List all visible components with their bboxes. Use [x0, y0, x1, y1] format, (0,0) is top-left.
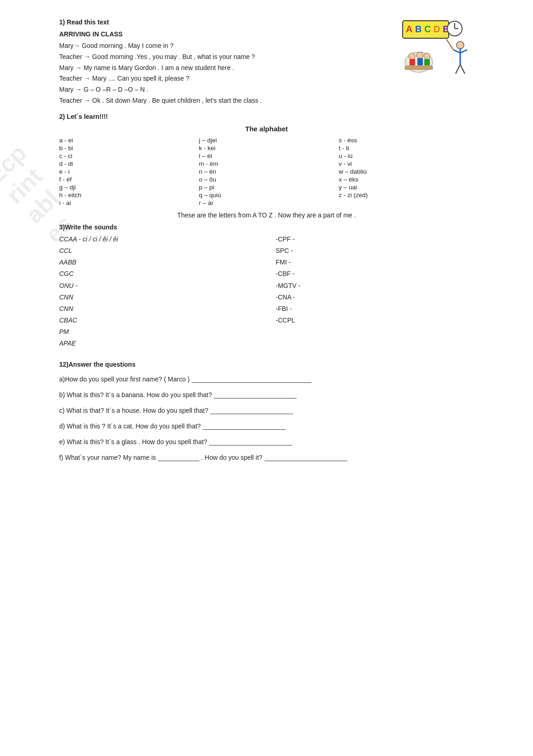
- sound-spc: SPC -: [276, 245, 474, 257]
- alpha-c: c - ci: [59, 152, 194, 160]
- dialogue-line-2: Teacher → Good morning .Yes , you may . …: [59, 52, 391, 63]
- letters-note: These are the letters from A TO Z . Now …: [59, 211, 474, 219]
- svg-text:A: A: [406, 24, 412, 34]
- question-f-text: f) What´s your name? My name is: [59, 454, 156, 461]
- question-e: e) What is this? It´s a glass . How do y…: [59, 438, 474, 445]
- alpha-a: a - ei: [59, 136, 194, 144]
- question-e-blank[interactable]: [209, 438, 292, 445]
- alpha-d: d - di: [59, 160, 194, 168]
- sound-fbi: -FBI -: [276, 303, 474, 315]
- sounds-right: -CPF - SPC - FMI - -CBF - -MGTV - -CNA -…: [276, 234, 474, 350]
- section2-label: 2) Let´s learn!!!!: [59, 113, 474, 120]
- sound-ccl: CCL: [59, 245, 258, 257]
- alpha-w: w – dabliú: [339, 168, 474, 176]
- svg-text:D: D: [433, 24, 440, 34]
- svg-point-18: [416, 52, 423, 59]
- sound-onu: ONU -: [59, 280, 258, 292]
- alpha-h: h - eitch: [59, 191, 194, 199]
- svg-point-17: [409, 53, 415, 59]
- question-a-blank[interactable]: [192, 375, 311, 383]
- sound-apae: APAE: [59, 338, 258, 349]
- svg-rect-22: [417, 58, 423, 65]
- sound-ccaa: CCAA - ci / ci / ĕi / ĕi: [59, 234, 258, 245]
- section12: 12)Answer the questions a)How do you spe…: [59, 361, 474, 461]
- svg-rect-21: [410, 59, 415, 65]
- svg-text:C: C: [424, 24, 431, 34]
- sound-cbf: -CBF -: [276, 268, 474, 280]
- question-e-text: e) What is this? It´s a glass . How do y…: [59, 438, 207, 445]
- dialogue-line-3: Mary → My name is Mary Gordon . I am a n…: [59, 63, 391, 74]
- alpha-mid-col: j – djei k - kei l – él m - ém n – én o …: [199, 136, 334, 207]
- sound-cnn1: CNN: [59, 292, 258, 303]
- alpha-x: x – éks: [339, 176, 474, 183]
- sound-cnn2: CNN: [59, 303, 258, 315]
- alpha-y: y – uai: [339, 183, 474, 191]
- svg-point-19: [424, 53, 430, 59]
- alpha-right-col: s - éss t - ti u - iú v - vi w – dabliú …: [339, 136, 474, 207]
- dialogue-line-4: Teacher → Mary .... Can you spell it, pl…: [59, 73, 391, 84]
- question-c: c) What is that? It´s a house. How do yo…: [59, 407, 474, 414]
- dialogue-line-1: Mary→ Good morning . May I come in ?: [59, 41, 391, 52]
- svg-line-11: [453, 50, 460, 53]
- question-b: b) What is this? It´s a banana. How do y…: [59, 391, 474, 399]
- alpha-v: v - vi: [339, 160, 474, 168]
- question-d-blank[interactable]: [203, 422, 286, 430]
- alpha-q: q – quiú: [199, 191, 334, 199]
- question-b-blank[interactable]: [214, 391, 297, 399]
- alpha-e: e - i: [59, 168, 194, 176]
- alpha-l: l – él: [199, 152, 334, 160]
- svg-rect-20: [405, 66, 433, 70]
- question-f-text2: . How do you spell it?: [201, 454, 263, 461]
- alpha-m: m - ém: [199, 160, 334, 168]
- section1-label: 1) Read this text: [59, 18, 391, 26]
- alpha-n: n – én: [199, 168, 334, 176]
- question-d: d) What is this ? It´s a cat. How do you…: [59, 422, 474, 430]
- alpha-g: g – dji: [59, 183, 194, 191]
- section12-label: 12)Answer the questions: [59, 361, 474, 368]
- sound-cgc: CGC: [59, 268, 258, 280]
- svg-line-12: [460, 50, 467, 53]
- question-f: f) What´s your name? My name is . How do…: [59, 454, 474, 461]
- alpha-t: t - ti: [339, 144, 474, 152]
- alpha-j: j – djei: [199, 136, 334, 144]
- section2: 2) Let´s learn!!!! The alphabet a - ei b…: [59, 113, 474, 219]
- section1-header: 1) Read this text ARRIVING IN CLASS Mary…: [59, 18, 474, 109]
- dialogue-block: Mary→ Good morning . May I come in ? Tea…: [59, 41, 391, 106]
- question-c-blank[interactable]: [210, 407, 293, 414]
- question-a-text: a)How do you spell your first name? ( Ma…: [59, 375, 190, 383]
- sound-cbac: CBAC: [59, 315, 258, 326]
- alpha-i: i - ai: [59, 199, 194, 207]
- section3: 3)Write the sounds CCAA - ci / ci / ĕi /…: [59, 223, 474, 350]
- section3-label: 3)Write the sounds: [59, 223, 474, 231]
- question-d-text: d) What is this ? It´s a cat. How do you…: [59, 422, 201, 430]
- alpha-p: p – pi: [199, 183, 334, 191]
- sound-fmi: FMI -: [276, 257, 474, 268]
- alpha-s: s - éss: [339, 136, 474, 144]
- question-f-blank1[interactable]: [158, 454, 199, 461]
- abc-graphic: A B C D E: [400, 18, 474, 78]
- alpha-f: f - éf: [59, 176, 194, 183]
- svg-rect-23: [424, 59, 430, 65]
- arriving-title: ARRIVING IN CLASS: [59, 30, 391, 38]
- alpha-left-col: a - ei b - bi c - ci d - di e - i f - éf…: [59, 136, 194, 207]
- question-c-text: c) What is that? It´s a house. How do yo…: [59, 407, 209, 414]
- dialogue-line-6: Teacher → Ok . Sit down Mary . Be quiet …: [59, 95, 391, 106]
- svg-line-14: [460, 64, 465, 74]
- sound-aabb: AABB: [59, 257, 258, 268]
- alphabet-title: The alphabet: [59, 125, 474, 133]
- alpha-k: k - kei: [199, 144, 334, 152]
- section1-text: 1) Read this text ARRIVING IN CLASS Mary…: [59, 18, 391, 109]
- svg-line-15: [446, 39, 453, 50]
- question-b-text: b) What is this? It´s a banana. How do y…: [59, 391, 212, 399]
- alpha-b: b - bi: [59, 144, 194, 152]
- question-a: a)How do you spell your first name? ( Ma…: [59, 375, 474, 383]
- sounds-grid: CCAA - ci / ci / ĕi / ĕi CCL AABB CGC ON…: [59, 234, 474, 350]
- question-f-blank2[interactable]: [264, 454, 347, 461]
- dialogue-line-5: Mary → G – O –R – D –O – N .: [59, 84, 391, 95]
- alpha-r: r – ár: [199, 199, 334, 207]
- sound-cpf: -CPF -: [276, 234, 474, 245]
- sound-mgtv: -MGTV -: [276, 280, 474, 292]
- svg-point-9: [457, 41, 464, 49]
- alpha-z: z - zi (zed): [339, 191, 474, 199]
- sound-cna: -CNA -: [276, 292, 474, 303]
